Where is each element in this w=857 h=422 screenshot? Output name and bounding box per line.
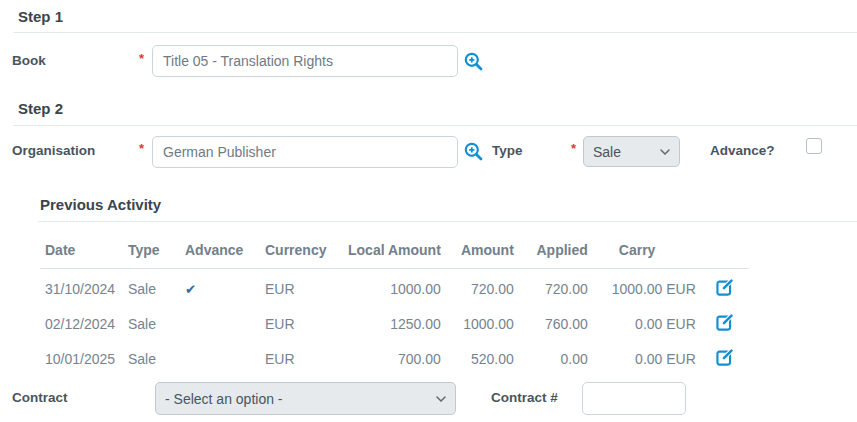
type-label: Type — [492, 143, 523, 158]
col-type: Type — [123, 236, 180, 269]
cell-advance: ✔ — [180, 269, 260, 305]
check-icon: ✔ — [185, 282, 196, 297]
contract-label: Contract — [12, 390, 68, 405]
divider — [13, 32, 857, 33]
cell-date: 10/01/2025 — [40, 339, 123, 374]
col-advance: Advance — [180, 236, 260, 269]
contract-number-label: Contract # — [491, 390, 558, 405]
table-row: 02/12/2024 Sale EUR 1250.00 1000.00 760.… — [40, 304, 749, 339]
type-select[interactable]: Sale — [583, 136, 680, 167]
rights-entry-form: Step 1 Book * Step 2 Organisation * Type… — [0, 0, 857, 422]
book-required-marker: * — [139, 51, 144, 66]
edit-row-button[interactable] — [716, 313, 734, 331]
edit-icon — [716, 354, 734, 369]
previous-activity-heading: Previous Activity — [40, 196, 161, 213]
divider — [13, 125, 857, 126]
col-actions — [701, 236, 749, 269]
zoom-in-icon — [464, 149, 483, 164]
cell-type: Sale — [123, 269, 180, 305]
divider — [38, 221, 857, 222]
col-carry: Carry — [593, 236, 701, 269]
cell-type: Sale — [123, 339, 180, 374]
col-date: Date — [40, 236, 123, 269]
col-applied: Applied — [519, 236, 593, 269]
cell-type: Sale — [123, 304, 180, 339]
previous-activity-table: Date Type Advance Currency Local Amount … — [40, 236, 749, 374]
advance-label: Advance? — [710, 143, 775, 158]
book-lookup-button[interactable] — [464, 52, 483, 71]
organisation-lookup-button[interactable] — [464, 142, 483, 161]
edit-icon — [716, 284, 734, 299]
type-select-value: Sale — [593, 144, 621, 160]
book-input[interactable] — [152, 45, 458, 77]
step1-heading: Step 1 — [18, 8, 63, 25]
cell-advance — [180, 304, 260, 339]
cell-amount: 520.00 — [446, 339, 519, 374]
contract-select[interactable]: - Select an option - — [155, 382, 456, 415]
cell-currency: EUR — [260, 339, 343, 374]
book-label: Book — [12, 53, 46, 68]
cell-carry: 1000.00 EUR — [593, 269, 701, 305]
chevron-down-icon — [660, 149, 670, 155]
step2-heading: Step 2 — [18, 100, 63, 117]
cell-applied: 760.00 — [519, 304, 593, 339]
cell-local-amount: 1000.00 — [343, 269, 446, 305]
cell-advance — [180, 339, 260, 374]
cell-carry: 0.00 EUR — [593, 339, 701, 374]
cell-amount: 1000.00 — [446, 304, 519, 339]
edit-icon — [716, 319, 734, 334]
chevron-down-icon — [436, 396, 446, 402]
table-row: 10/01/2025 Sale EUR 700.00 520.00 0.00 0… — [40, 339, 749, 374]
table-header-row: Date Type Advance Currency Local Amount … — [40, 236, 749, 269]
cell-currency: EUR — [260, 304, 343, 339]
type-required-marker: * — [571, 141, 576, 156]
organisation-label: Organisation — [12, 143, 95, 158]
contract-select-value: - Select an option - — [165, 391, 283, 407]
cell-applied: 0.00 — [519, 339, 593, 374]
advance-checkbox[interactable] — [806, 138, 822, 154]
cell-local-amount: 700.00 — [343, 339, 446, 374]
organisation-input[interactable] — [152, 136, 458, 168]
cell-carry: 0.00 EUR — [593, 304, 701, 339]
organisation-required-marker: * — [139, 141, 144, 156]
edit-row-button[interactable] — [716, 278, 734, 296]
cell-amount: 720.00 — [446, 269, 519, 305]
zoom-in-icon — [464, 59, 483, 74]
edit-row-button[interactable] — [716, 348, 734, 366]
cell-date: 02/12/2024 — [40, 304, 123, 339]
col-amount: Amount — [446, 236, 519, 269]
col-currency: Currency — [260, 236, 343, 269]
table-row: 31/10/2024 Sale ✔ EUR 1000.00 720.00 720… — [40, 269, 749, 305]
cell-applied: 720.00 — [519, 269, 593, 305]
cell-currency: EUR — [260, 269, 343, 305]
cell-date: 31/10/2024 — [40, 269, 123, 305]
col-local-amount: Local Amount — [343, 236, 446, 269]
cell-local-amount: 1250.00 — [343, 304, 446, 339]
contract-number-input[interactable] — [582, 382, 686, 415]
